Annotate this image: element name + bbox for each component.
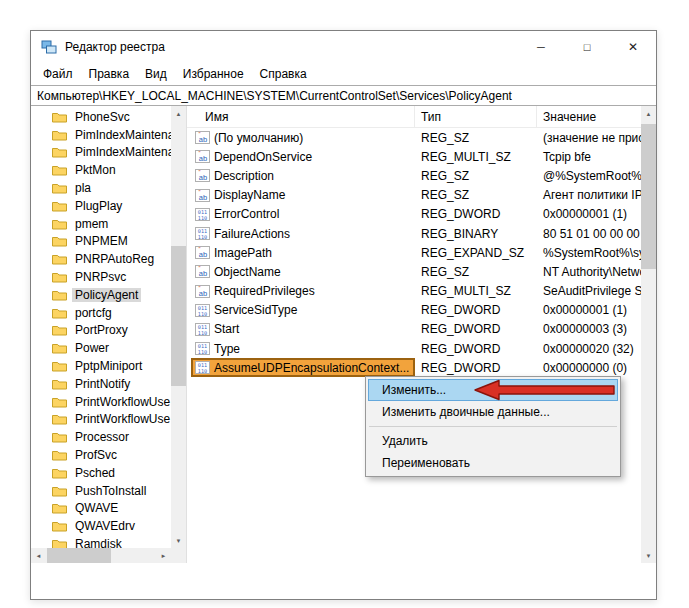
close-button[interactable]: ✕ [610, 31, 656, 63]
tree-item[interactable]: pla [31, 179, 171, 197]
maximize-button[interactable]: □ [564, 31, 610, 63]
column-header-value[interactable]: Значение [537, 106, 641, 127]
tree-item[interactable]: PushToInstall [31, 482, 171, 500]
svg-text:110: 110 [198, 310, 207, 316]
tree-item-label: QWAVE [72, 501, 121, 515]
tree-item[interactable]: PrintWorkflowUse [31, 393, 171, 411]
value-type-cell: REG_DWORD [415, 207, 537, 221]
value-row[interactable]: 011110FailureActionsREG_BINARY80 51 01 0… [187, 224, 641, 243]
value-row[interactable]: ”abDisplayNameREG_SZАгент политики IPsec [187, 186, 641, 205]
tree-horizontal-scrollbar[interactable]: ◄ ► [31, 548, 171, 563]
tree-item-label: PrintNotify [72, 377, 133, 391]
window-title: Редактор реестра [65, 40, 165, 54]
value-type-cell: REG_DWORD [415, 303, 537, 317]
scroll-left-icon[interactable]: ◄ [31, 548, 46, 563]
tree-item-label: Power [72, 341, 112, 355]
tree-item[interactable]: pmem [31, 215, 171, 233]
menu-item[interactable]: Файл [35, 63, 81, 85]
tree-item-label: PrintWorkflowUse [72, 412, 171, 426]
regedit-app-icon [41, 39, 57, 55]
tree-item-label: PushToInstall [72, 484, 149, 498]
tree-item[interactable]: Power [31, 339, 171, 357]
tree-item-label: PNRPAutoReg [72, 252, 157, 266]
value-data-cell: Агент политики IPsec [537, 188, 641, 202]
tree-item[interactable]: Psched [31, 464, 171, 482]
value-row[interactable]: ”ab(По умолчанию)REG_SZ(значение не прис… [187, 128, 641, 147]
menu-item[interactable]: Вид [137, 63, 175, 85]
address-bar[interactable] [31, 85, 656, 106]
value-select-box: 011110Start [191, 320, 245, 339]
tree-item[interactable]: QWAVEdrv [31, 517, 171, 535]
tree-item-label: PptpMiniport [72, 359, 145, 373]
title-bar[interactable]: Редактор реестра ─ □ ✕ [31, 31, 656, 63]
minimize-button[interactable]: ─ [518, 31, 564, 63]
svg-text:ab: ab [199, 269, 207, 278]
column-header-type[interactable]: Тип [415, 106, 537, 127]
folder-icon [52, 502, 67, 514]
value-name-cell: 011110FailureActions [187, 224, 415, 243]
context-menu-item[interactable]: Удалить [368, 430, 618, 452]
tree-item[interactable]: PNPMEM [31, 233, 171, 251]
tree-item[interactable]: PptpMiniport [31, 357, 171, 375]
string-value-icon: ”ab [195, 131, 210, 144]
menu-item[interactable]: Избранное [175, 63, 252, 85]
value-row[interactable]: ”abObjectNameREG_SZNT Authority\NetworkS… [187, 262, 641, 281]
tree-hscroll-thumb[interactable] [47, 548, 111, 563]
tree-item[interactable]: PlugPlay [31, 197, 171, 215]
menu-item[interactable]: Правка [81, 63, 138, 85]
tree-item[interactable]: PortProxy [31, 322, 171, 340]
svg-text:ab: ab [199, 154, 207, 163]
tree-item[interactable]: PNRPAutoReg [31, 250, 171, 268]
value-name-cell: ”abObjectName [187, 262, 415, 281]
tree-item[interactable]: PimIndexMaintena [31, 126, 171, 144]
column-header-name[interactable]: Имя [187, 106, 415, 127]
folder-icon [52, 431, 67, 443]
scroll-down-icon[interactable]: ▼ [171, 533, 186, 548]
value-data-cell: @%SystemRoot%\syst... [537, 169, 641, 183]
scroll-right-icon[interactable]: ► [156, 548, 171, 563]
string-value-icon: ”ab [195, 169, 210, 182]
value-row[interactable]: 011110AssumeUDPEncapsulationContext...RE… [187, 358, 641, 377]
tree-item[interactable]: PimIndexMaintena [31, 144, 171, 162]
value-row[interactable]: ”abImagePathREG_EXPAND_SZ%SystemRoot%\sy… [187, 243, 641, 262]
folder-icon [52, 289, 67, 301]
tree-item[interactable]: PhoneSvc [31, 108, 171, 126]
string-value-icon: ”ab [195, 150, 210, 163]
tree-item-label: PktMon [72, 163, 119, 177]
value-row[interactable]: ”abDependOnServiceREG_MULTI_SZTcpip bfe [187, 147, 641, 166]
list-vertical-scrollbar[interactable]: ▲ ▼ [641, 106, 656, 563]
tree-vscroll-thumb[interactable] [171, 246, 186, 386]
folder-icon [52, 182, 67, 194]
tree-item[interactable]: Ramdisk [31, 535, 171, 548]
string-value-icon: ”ab [195, 189, 210, 202]
value-row[interactable]: ”abRequiredPrivilegesREG_MULTI_SZSeAudit… [187, 282, 641, 301]
value-name: (По умолчанию) [214, 131, 303, 145]
scroll-up-icon[interactable]: ▲ [171, 106, 186, 121]
tree-item[interactable]: ProfSvc [31, 446, 171, 464]
tree-item[interactable]: PktMon [31, 161, 171, 179]
value-row[interactable]: 011110StartREG_DWORD0x00000003 (3) [187, 320, 641, 339]
value-row[interactable]: 011110ErrorControlREG_DWORD0x00000001 (1… [187, 205, 641, 224]
value-row[interactable]: ”abDescriptionREG_SZ@%SystemRoot%\syst..… [187, 166, 641, 185]
tree-item[interactable]: QWAVE [31, 500, 171, 518]
tree-item[interactable]: Processor [31, 428, 171, 446]
scroll-down-icon[interactable]: ▼ [641, 548, 656, 563]
tree-item[interactable]: portcfg [31, 304, 171, 322]
folder-icon [52, 342, 67, 354]
context-menu-item[interactable]: Переименовать [368, 452, 618, 474]
context-menu-item[interactable]: Изменить двоичные данные... [368, 401, 618, 423]
tree-vertical-scrollbar[interactable]: ▲ ▼ [171, 106, 186, 548]
value-row[interactable]: 011110ServiceSidTypeREG_DWORD0x00000001 … [187, 301, 641, 320]
value-name-cell: ”abDisplayName [187, 186, 415, 205]
value-row[interactable]: 011110TypeREG_DWORD0x00000020 (32) [187, 339, 641, 358]
list-vscroll-thumb[interactable] [641, 124, 656, 269]
value-data-cell: 0x00000001 (1) [537, 303, 641, 317]
tree: PhoneSvcPimIndexMaintenaPimIndexMaintena… [31, 106, 171, 548]
tree-item[interactable]: PNRPsvc [31, 268, 171, 286]
menu-item[interactable]: Справка [252, 63, 315, 85]
folder-icon [52, 360, 67, 372]
tree-item[interactable]: PrintWorkflowUse [31, 411, 171, 429]
scroll-up-icon[interactable]: ▲ [641, 106, 656, 121]
tree-item[interactable]: PrintNotify [31, 375, 171, 393]
tree-item[interactable]: PolicyAgent [31, 286, 171, 304]
